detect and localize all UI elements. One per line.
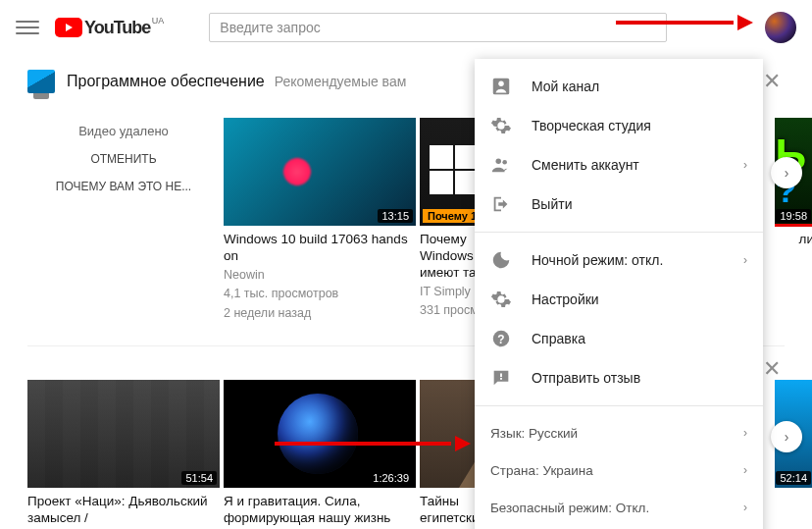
svg-point-2 [496, 159, 502, 165]
video-title[interactable]: Проект «Наци»: Дьявольский замысел / [27, 494, 220, 527]
menu-help[interactable]: ? Справка [475, 319, 763, 358]
menu-feedback[interactable]: Отправить отзыв [475, 358, 763, 397]
menu-language[interactable]: Язык: Русский › [475, 414, 763, 451]
menu-label: Мой канал [532, 79, 747, 94]
duration-badge: 1:26:39 [369, 471, 413, 485]
channel-name[interactable]: Neowin [224, 267, 416, 285]
menu-my-channel[interactable]: Мой канал [475, 67, 763, 106]
menu-label: Выйти [532, 196, 747, 212]
menu-label: Ночной режим: откл. [532, 252, 743, 268]
menu-label: Безопасный режим: Откл. [490, 501, 649, 515]
exit-icon [490, 193, 512, 215]
chevron-right-icon: › [743, 426, 747, 440]
svg-rect-7 [500, 378, 502, 380]
video-thumbnail[interactable]: 13:15 [224, 118, 416, 226]
logo-region: UA [152, 16, 165, 26]
menu-switch-account[interactable]: Сменить аккаунт › [475, 145, 763, 185]
undo-button[interactable]: ОТМЕНИТЬ [90, 152, 156, 166]
gear-icon [490, 115, 512, 136]
moon-icon [490, 249, 512, 271]
divider [475, 405, 763, 406]
menu-label: Отправить отзыв [532, 370, 747, 386]
video-title[interactable]: Я и гравитация. Сила, формирующая нашу ж… [224, 494, 416, 527]
chevron-right-icon: › [743, 158, 747, 172]
account-icon [490, 76, 512, 97]
menu-label: Язык: Русский [490, 426, 578, 441]
logo-text: YouTube [84, 18, 150, 38]
users-icon [490, 154, 512, 176]
video-card[interactable]: 51:54 Проект «Наци»: Дьявольский замысел… [27, 380, 220, 529]
menu-label: Сменить аккаунт [532, 157, 743, 173]
menu-creator-studio[interactable]: Творческая студия [475, 106, 763, 145]
menu-dark-mode[interactable]: Ночной режим: откл. › [475, 240, 763, 280]
chevron-right-icon: › [743, 463, 747, 477]
gear-icon [490, 289, 512, 310]
video-thumbnail[interactable]: 51:54 [27, 380, 220, 488]
scroll-right-button[interactable]: › [771, 421, 802, 452]
duration-badge: 13:15 [378, 209, 413, 223]
menu-restricted-mode[interactable]: Безопасный режим: Откл. › [475, 489, 763, 526]
menu-country[interactable]: Страна: Украина › [475, 451, 763, 489]
menu-label: Справка [532, 331, 747, 346]
why-link[interactable]: ПОЧЕМУ ВАМ ЭТО НЕ... [56, 180, 191, 193]
search-input[interactable]: Введите запрос [209, 13, 667, 42]
menu-label: Страна: Украина [490, 463, 593, 478]
scroll-right-button[interactable]: › [771, 157, 802, 188]
help-icon: ? [490, 328, 512, 349]
divider [475, 232, 763, 233]
account-dropdown: Мой канал Творческая студия Сменить акка… [475, 59, 763, 529]
upload-age: 2 недели назад [224, 305, 416, 323]
svg-text:?: ? [497, 333, 504, 346]
search-placeholder: Введите запрос [220, 20, 320, 35]
menu-sign-out[interactable]: Выйти [475, 185, 763, 224]
avatar[interactable] [765, 12, 796, 43]
section-subtitle: Рекомендуемые вам [275, 74, 407, 89]
topic-icon [27, 70, 55, 93]
deleted-text: Видео удалено [78, 124, 169, 138]
menu-settings[interactable]: Настройки [475, 280, 763, 319]
deleted-card: Видео удалено ОТМЕНИТЬ ПОЧЕМУ ВАМ ЭТО НЕ… [27, 118, 220, 226]
app-header: YouTube UA Введите запрос [0, 0, 812, 55]
menu-label: Настройки [532, 291, 747, 307]
video-title[interactable]: ли [775, 232, 812, 248]
duration-badge: 19:58 [776, 209, 811, 223]
svg-rect-6 [500, 373, 502, 377]
play-icon [55, 18, 82, 37]
feedback-icon [490, 367, 512, 389]
hamburger-menu-icon[interactable] [16, 16, 39, 39]
svg-point-3 [502, 160, 507, 165]
chevron-right-icon: › [743, 501, 747, 514]
video-card[interactable]: 1:26:39 Я и гравитация. Сила, формирующа… [224, 380, 416, 529]
section-title: Программное обеспечение [67, 73, 265, 90]
video-thumbnail[interactable]: 1:26:39 [224, 380, 416, 488]
video-card[interactable]: 13:15 Windows 10 build 17063 hands on Ne… [224, 118, 416, 322]
svg-point-1 [498, 81, 504, 87]
view-count: 4,1 тыс. просмотров [224, 286, 416, 303]
youtube-logo[interactable]: YouTube UA [55, 18, 150, 38]
duration-badge: 52:14 [776, 471, 811, 485]
video-title[interactable]: Windows 10 build 17063 hands on [224, 232, 416, 265]
chevron-right-icon: › [743, 253, 747, 267]
menu-label: Творческая студия [532, 118, 747, 133]
duration-badge: 51:54 [181, 471, 217, 485]
